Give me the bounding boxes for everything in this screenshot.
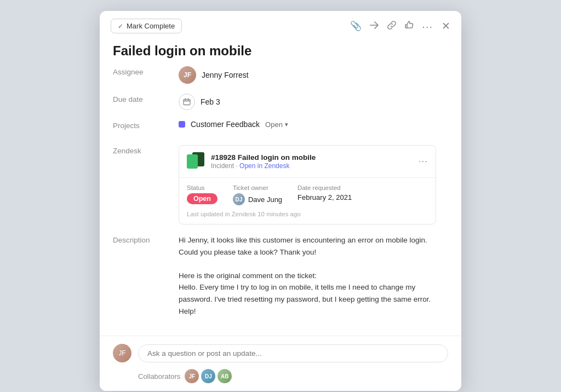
- project-dot: [179, 121, 185, 128]
- svg-rect-0: [184, 100, 190, 105]
- attachment-icon[interactable]: 📎: [350, 21, 362, 31]
- zendesk-ticket-info: #18928 Failed login on mobile Incident ·…: [211, 153, 316, 170]
- task-modal: ✓ Mark Complete 📎 ··· ✕: [100, 11, 461, 391]
- collaborator-avatar-2[interactable]: DJ: [201, 369, 215, 383]
- link-icon[interactable]: [387, 20, 397, 32]
- more-icon[interactable]: ···: [422, 21, 433, 32]
- projects-row: Projects Customer Feedback Open ▾: [113, 120, 448, 135]
- projects-value[interactable]: Customer Feedback Open ▾: [179, 120, 288, 129]
- zendesk-date-value: February 2, 2021: [297, 193, 352, 201]
- ticket-owner-avatar: DJ: [233, 193, 245, 205]
- header-actions: 📎 ··· ✕: [350, 20, 450, 32]
- project-status-text: Open: [265, 120, 283, 129]
- zendesk-open-link[interactable]: Open in Zendesk: [239, 162, 289, 170]
- zendesk-owner-value: DJ Dave Jung: [233, 193, 282, 205]
- due-date-row: Due date Feb 3: [113, 94, 448, 110]
- description-line1: Hi Jenny, it looks like this customer is…: [179, 234, 448, 258]
- collaborator-avatar-1[interactable]: JF: [185, 369, 199, 383]
- status-badge: Open: [187, 193, 217, 204]
- modal-footer: JF Collaborators JF DJ AB: [100, 336, 461, 391]
- zendesk-ticket-type: Incident: [211, 162, 234, 170]
- zendesk-ticket-title: Failed login on mobile: [238, 153, 316, 162]
- zendesk-card-body: Status Open Ticket owner DJ Dave Jung: [179, 178, 436, 224]
- mark-complete-label: Mark Complete: [127, 22, 175, 30]
- description-label: Description: [113, 234, 179, 244]
- description-text: Hi Jenny, it looks like this customer is…: [179, 234, 448, 317]
- zendesk-label: Zendesk: [113, 145, 179, 155]
- modal-body: Assignee JF Jenny Forrest Due date: [100, 66, 461, 336]
- zendesk-row: Zendesk #18928: [113, 145, 448, 224]
- mark-complete-button[interactable]: ✓ Mark Complete: [111, 19, 182, 33]
- assignee-row: Assignee JF Jenny Forrest: [113, 66, 448, 84]
- collaborators-row: Collaborators JF DJ AB: [113, 369, 448, 383]
- share-icon[interactable]: [369, 21, 379, 31]
- zendesk-icon-wrap: #18928 Failed login on mobile Incident ·…: [187, 152, 316, 171]
- zendesk-more-icon[interactable]: ···: [419, 156, 428, 167]
- assignee-avatar: JF: [179, 66, 196, 84]
- zendesk-meta-row: Status Open Ticket owner DJ Dave Jung: [187, 185, 428, 205]
- assignee-avatar-img: JF: [179, 66, 196, 84]
- like-icon[interactable]: [404, 20, 414, 32]
- zendesk-card: #18928 Failed login on mobile Incident ·…: [179, 145, 436, 224]
- zendesk-status-value: Open: [187, 193, 217, 204]
- zendesk-status-col: Status Open: [187, 185, 217, 204]
- collaborators-label: Collaborators: [138, 372, 180, 381]
- due-date-text: Feb 3: [201, 97, 220, 106]
- comment-input[interactable]: [138, 344, 448, 362]
- zendesk-updated: Last updated in Zendesk 10 minutes ago: [187, 211, 428, 217]
- zendesk-card-title: #18928 Failed login on mobile: [211, 153, 316, 162]
- chevron-down-icon: ▾: [285, 121, 288, 128]
- project-status-dropdown[interactable]: Open ▾: [265, 120, 288, 129]
- zendesk-status-label: Status: [187, 185, 217, 191]
- assignee-value[interactable]: JF Jenny Forrest: [179, 66, 249, 84]
- zendesk-logo: [187, 152, 205, 171]
- zendesk-date-col: Date requested February 2, 2021: [297, 185, 352, 201]
- zendesk-owner-col: Ticket owner DJ Dave Jung: [233, 185, 282, 205]
- ticket-owner-name: Dave Jung: [248, 195, 282, 204]
- modal-header: ✓ Mark Complete 📎 ··· ✕: [100, 11, 461, 33]
- projects-label: Projects: [113, 120, 179, 130]
- zendesk-date-label: Date requested: [297, 185, 352, 191]
- zendesk-owner-label: Ticket owner: [233, 185, 282, 191]
- close-icon[interactable]: ✕: [442, 20, 450, 32]
- checkmark-icon: ✓: [118, 22, 123, 30]
- description-line2: Here is the original comment on the tick…: [179, 270, 448, 282]
- zendesk-card-subtitle: Incident · Open in Zendesk: [211, 162, 316, 170]
- assignee-name: Jenny Forrest: [202, 71, 249, 79]
- assignee-label: Assignee: [113, 66, 179, 76]
- zendesk-ticket-number: #18928: [211, 153, 236, 162]
- calendar-icon: [179, 94, 195, 110]
- due-date-label: Due date: [113, 94, 179, 103]
- comment-row: JF: [113, 344, 448, 362]
- due-date-value[interactable]: Feb 3: [179, 94, 220, 110]
- zendesk-card-header: #18928 Failed login on mobile Incident ·…: [179, 146, 436, 178]
- description-row: Description Hi Jenny, it looks like this…: [113, 234, 448, 317]
- commenter-avatar: JF: [113, 344, 131, 362]
- collaborator-avatar-3[interactable]: AB: [217, 369, 232, 383]
- project-name: Customer Feedback: [191, 120, 260, 129]
- description-line3: Hello. Every time I try to log in on mob…: [179, 281, 448, 317]
- task-title: Failed login on mobile: [100, 33, 461, 66]
- collab-avatars: JF DJ AB: [185, 369, 232, 383]
- zendesk-value: #18928 Failed login on mobile Incident ·…: [179, 145, 448, 224]
